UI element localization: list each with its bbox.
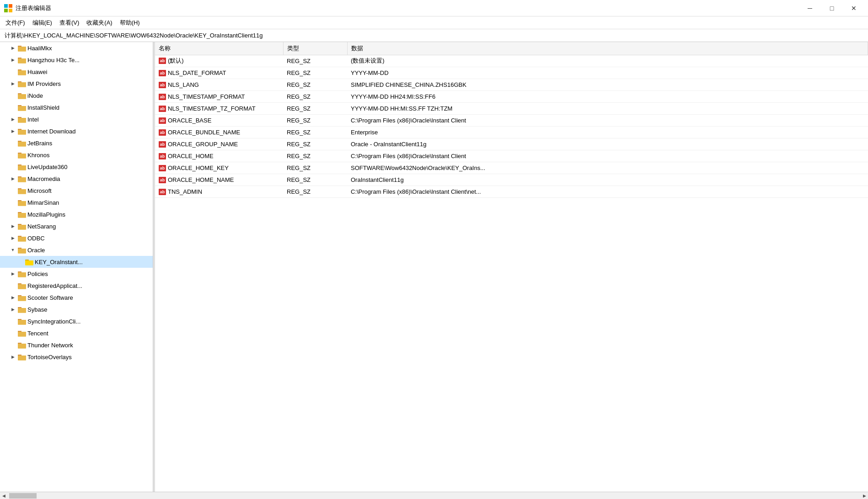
value-type-7: REG_SZ <box>283 138 347 150</box>
menu-item-e[interactable]: 编辑(E) <box>29 18 56 28</box>
folder-icon-oracle <box>18 246 26 254</box>
value-data-4: YYYY-MM-DD HH:MI:SS.FF TZH:TZM <box>347 102 868 114</box>
tree-label-jetbrains: JetBrains <box>27 140 52 147</box>
scroll-left-arrow[interactable]: ◀ <box>0 492 7 499</box>
table-row[interactable]: ab ORACLE_HOME_KEYREG_SZSOFTWARE\Wow6432… <box>155 162 868 174</box>
tree-item-thunder-network[interactable]: Thunder Network <box>0 339 153 351</box>
tree-arrow-sybase[interactable] <box>9 306 16 313</box>
folder-icon-mimarsinan <box>18 199 26 206</box>
tree-item-macromedia[interactable]: Macromedia <box>0 173 153 185</box>
tree-label-key-orainstant: KEY_OraInstant... <box>35 259 83 265</box>
tree-arrow-macromedia[interactable] <box>9 175 16 182</box>
tree-arrow-im-providers[interactable] <box>9 80 16 87</box>
tree-item-registeredapplicat[interactable]: RegisteredApplicat... <box>0 280 153 292</box>
tree-label-scooter-software: Scooter Software <box>27 294 73 301</box>
tree-item-intel[interactable]: Intel <box>0 113 153 125</box>
table-row[interactable]: ab ORACLE_HOMEREG_SZC:\Program Files (x8… <box>155 150 868 162</box>
table-row[interactable]: ab NLS_TIMESTAMP_FORMATREG_SZYYYY-MM-DD … <box>155 90 868 102</box>
tree-arrow-haali[interactable] <box>9 44 16 52</box>
tree-arrow-oracle[interactable] <box>9 246 16 254</box>
tree-arrow-odbc[interactable] <box>9 234 16 242</box>
tree-item-syncintegrationcli[interactable]: SyncIntegrationCli... <box>0 315 153 327</box>
tree-item-tortoiseoverlays[interactable]: TortoiseOverlays <box>0 351 153 363</box>
tree-item-installshield[interactable]: InstallShield <box>0 101 153 113</box>
value-data-7: Oracle - OraInstantClient11g <box>347 138 868 150</box>
tree-label-mimarsinan: MimarSinan <box>27 199 59 206</box>
tree-label-tencent: Tencent <box>27 330 48 337</box>
value-data-8: C:\Program Files (x86)\Oracle\Instant Cl… <box>347 150 868 162</box>
tree-item-scooter-software[interactable]: Scooter Software <box>0 292 153 303</box>
svg-rect-78 <box>18 331 26 336</box>
tree-item-oracle[interactable]: Oracle <box>0 244 153 256</box>
table-row[interactable]: ab NLS_DATE_FORMATREG_SZYYYY-MM-DD <box>155 67 868 79</box>
tree-item-tencent[interactable]: Tencent <box>0 327 153 339</box>
tree-label-macromedia: Macromedia <box>27 175 60 182</box>
tree-arrow-hangzhou[interactable] <box>9 56 16 64</box>
menu-item-h[interactable]: 帮助(H) <box>116 18 144 28</box>
tree-item-odbc[interactable]: ODBC <box>0 232 153 244</box>
tree-arrow-tortoiseoverlays[interactable] <box>9 353 16 361</box>
value-data-5: C:\Program Files (x86)\Oracle\Instant Cl… <box>347 114 868 126</box>
menu-item-a[interactable]: 收藏夹(A) <box>83 18 116 28</box>
tree-item-khronos[interactable]: Khronos <box>0 149 153 161</box>
scroll-right-arrow[interactable]: ▶ <box>861 492 868 499</box>
menu-item-v[interactable]: 查看(V) <box>56 18 83 28</box>
minimize-button[interactable]: ─ <box>799 2 820 15</box>
tree-item-policies[interactable]: Policies <box>0 268 153 280</box>
svg-rect-0 <box>4 4 8 8</box>
tree-item-jetbrains[interactable]: JetBrains <box>0 137 153 149</box>
tree-arrow-scooter-software[interactable] <box>9 294 16 301</box>
svg-rect-63 <box>18 272 26 276</box>
tree-arrow-intel[interactable] <box>9 116 16 123</box>
value-name-6: ab ORACLE_BUNDLE_NAME <box>155 126 283 138</box>
tree-item-huawei[interactable]: Huawei <box>0 66 153 78</box>
tree-item-mimarsinan[interactable]: MimarSinan <box>0 196 153 208</box>
table-row[interactable]: ab ORACLE_GROUP_NAMEREG_SZOracle - OraIn… <box>155 138 868 150</box>
value-name-1: ab NLS_DATE_FORMAT <box>155 67 283 79</box>
tree-label-thunder-network: Thunder Network <box>27 342 73 349</box>
tree-arrow-policies[interactable] <box>9 270 16 277</box>
tree-item-inode[interactable]: iNode <box>0 90 153 101</box>
tree-item-key-orainstant[interactable]: KEY_OraInstant... <box>0 256 153 268</box>
value-type-11: REG_SZ <box>283 186 347 197</box>
tree-item-mozillaplugins[interactable]: MozillaPlugins <box>0 208 153 220</box>
tree-item-sybase[interactable]: Sybase <box>0 303 153 315</box>
tree-label-netsarang: NetSarang <box>27 223 56 230</box>
close-button[interactable]: ✕ <box>843 2 864 15</box>
value-type-3: REG_SZ <box>283 90 347 102</box>
table-row[interactable]: ab NLS_LANGREG_SZSIMPLIFIED CHINESE_CHIN… <box>155 79 868 90</box>
menu-item-f[interactable]: 文件(F) <box>2 18 29 28</box>
tree-item-netsarang[interactable]: NetSarang <box>0 220 153 232</box>
folder-icon-microsoft <box>18 187 26 194</box>
tree-item-microsoft[interactable]: Microsoft <box>0 185 153 196</box>
table-row[interactable]: ab ORACLE_BASEREG_SZC:\Program Files (x8… <box>155 114 868 126</box>
tree-arrow-internet-download[interactable] <box>9 127 16 135</box>
svg-rect-9 <box>18 58 26 63</box>
table-row[interactable]: ab TNS_ADMINREG_SZC:\Program Files (x86)… <box>155 186 868 197</box>
tree-item-hangzhou[interactable]: Hangzhou H3c Te... <box>0 54 153 66</box>
registry-tree[interactable]: HaaliMkx Hangzhou H3c Te... Huawei IM Pr… <box>0 42 153 492</box>
scroll-thumb[interactable] <box>9 493 37 499</box>
tree-label-mozillaplugins: MozillaPlugins <box>27 211 65 218</box>
maximize-button[interactable]: □ <box>821 2 842 15</box>
value-name-5: ab ORACLE_BASE <box>155 114 283 126</box>
svg-rect-42 <box>18 189 26 193</box>
tree-label-policies: Policies <box>27 271 48 277</box>
value-data-2: SIMPLIFIED CHINESE_CHINA.ZHS16GBK <box>347 79 868 90</box>
tree-item-internet-download[interactable]: Internet Download <box>0 125 153 137</box>
table-row[interactable]: ab (默认)REG_SZ(数值未设置) <box>155 55 868 67</box>
table-row[interactable]: ab ORACLE_BUNDLE_NAMEREG_SZEnterprise <box>155 126 868 138</box>
table-row[interactable]: ab ORACLE_HOME_NAMEREG_SZOraInstantClien… <box>155 174 868 186</box>
value-type-0: REG_SZ <box>283 55 347 67</box>
tree-item-haali[interactable]: HaaliMkx <box>0 42 153 54</box>
svg-rect-51 <box>18 224 26 229</box>
tree-arrow-netsarang[interactable] <box>9 223 16 230</box>
svg-rect-33 <box>18 153 26 158</box>
table-row[interactable]: ab NLS_TIMESTAMP_TZ_FORMATREG_SZYYYY-MM-… <box>155 102 868 114</box>
horizontal-scrollbar[interactable] <box>9 493 859 499</box>
svg-rect-39 <box>18 177 26 181</box>
tree-item-liveupdate360[interactable]: LiveUpdate360 <box>0 161 153 173</box>
tree-item-im-providers[interactable]: IM Providers <box>0 78 153 90</box>
value-name-4: ab NLS_TIMESTAMP_TZ_FORMAT <box>155 102 283 114</box>
folder-icon-inode <box>18 92 26 99</box>
